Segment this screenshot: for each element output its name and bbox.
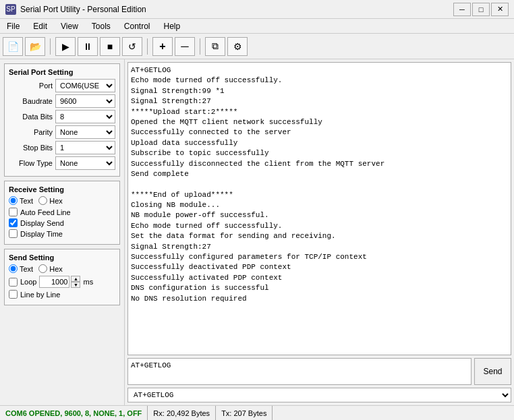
tx-status: Tx: 207 Bytes <box>216 406 273 420</box>
add-button[interactable]: + <box>152 37 173 56</box>
baudrate-label: Baudrate <box>9 97 53 105</box>
databits-row: Data Bits 8 <box>9 110 115 123</box>
port-status: COM6 OPENED, 9600, 8, NONE, 1, OFF <box>0 406 148 420</box>
right-panel: AT+GETLOG Echo mode turned off successfu… <box>125 59 514 405</box>
settings-button[interactable]: ⚙ <box>227 37 248 56</box>
close-button[interactable]: ✕ <box>491 3 509 16</box>
port-row: Port COM6(USE <box>9 79 115 92</box>
menu-bar: File Edit View Tools Control Help <box>0 19 514 34</box>
menu-control[interactable]: Control <box>120 20 154 32</box>
log-area[interactable]: AT+GETLOG Echo mode turned off successfu… <box>127 62 511 355</box>
parity-select[interactable]: None <box>55 125 115 139</box>
status-bar: COM6 OPENED, 9600, 8, NONE, 1, OFF Rx: 2… <box>0 405 514 420</box>
receive-text-radio[interactable]: Text <box>9 196 33 205</box>
refresh-button[interactable]: ↺ <box>122 37 142 56</box>
send-setting-section: Send Setting Text Hex Loop 1000 ▲ ▼ <box>4 249 120 305</box>
loop-checkbox[interactable] <box>9 278 18 287</box>
flowtype-select[interactable]: None <box>55 156 115 170</box>
title-bar: SP Serial Port Utility - Personal Editio… <box>0 0 514 19</box>
toolbar-separator-2 <box>147 38 148 55</box>
display-time-checkbox[interactable]: Display Time <box>9 229 115 238</box>
serial-port-setting-section: Serial Port Setting Port COM6(USE Baudra… <box>4 63 120 177</box>
title-bar-controls: ─ □ ✕ <box>453 3 509 16</box>
receive-setting-title: Receive Setting <box>9 185 115 193</box>
baudrate-row: Baudrate 9600 <box>9 94 115 108</box>
menu-edit[interactable]: Edit <box>29 20 51 32</box>
loop-decrement-button[interactable]: ▼ <box>71 282 80 288</box>
stopbits-row: Stop Bits 1 <box>9 141 115 154</box>
menu-help[interactable]: Help <box>160 20 185 32</box>
loop-unit: ms <box>83 278 93 286</box>
toolbar-separator-1 <box>50 38 51 55</box>
copy-button[interactable]: ⧉ <box>205 37 225 56</box>
send-input[interactable]: AT+GETLOG <box>127 358 472 385</box>
send-text-radio[interactable]: Text <box>9 264 33 273</box>
send-mode-radio-group: Text Hex <box>9 264 115 273</box>
rx-status: Rx: 20,492 Bytes <box>148 406 216 420</box>
menu-tools[interactable]: Tools <box>88 20 115 32</box>
display-send-checkbox[interactable]: Display Send <box>9 218 115 227</box>
loop-label: Loop <box>20 278 36 286</box>
flowtype-row: Flow Type None <box>9 156 115 170</box>
receive-mode-radio-group: Text Hex <box>9 196 115 205</box>
port-select[interactable]: COM6(USE <box>55 79 115 92</box>
minimize-button[interactable]: ─ <box>453 3 471 16</box>
flowtype-label: Flow Type <box>9 159 53 167</box>
send-hex-radio[interactable]: Hex <box>38 264 63 273</box>
loop-input-group: 1000 ▲ ▼ <box>39 276 80 288</box>
send-button[interactable]: Send <box>474 358 511 385</box>
databits-select[interactable]: 8 <box>55 110 115 123</box>
menu-view[interactable]: View <box>57 20 82 32</box>
pause-button[interactable]: ⏸ <box>78 37 98 56</box>
send-setting-title: Send Setting <box>9 253 115 262</box>
open-button[interactable]: 📂 <box>25 37 45 56</box>
stopbits-label: Stop Bits <box>9 144 53 152</box>
loop-spinner: ▲ ▼ <box>71 276 80 288</box>
stopbits-select[interactable]: 1 <box>55 141 115 154</box>
app-icon: SP <box>5 4 16 15</box>
cmd-dropdown[interactable]: AT+GETLOG <box>127 388 511 402</box>
play-button[interactable]: ▶ <box>55 37 76 56</box>
send-area: AT+GETLOG Send <box>127 358 511 385</box>
main-area: Serial Port Setting Port COM6(USE Baudra… <box>0 59 514 405</box>
toolbar-separator-3 <box>200 38 200 55</box>
databits-label: Data Bits <box>9 113 53 121</box>
stop-button[interactable]: ■ <box>100 37 120 56</box>
left-panel: Serial Port Setting Port COM6(USE Baudra… <box>0 59 125 405</box>
port-label: Port <box>9 82 53 90</box>
menu-file[interactable]: File <box>3 20 24 32</box>
new-button[interactable]: 📄 <box>3 37 23 56</box>
loop-increment-button[interactable]: ▲ <box>71 276 80 282</box>
baudrate-select[interactable]: 9600 <box>55 94 115 108</box>
parity-row: Parity None <box>9 125 115 139</box>
window-title: Serial Port Utility - Personal Edition <box>20 5 146 14</box>
line-by-line-checkbox[interactable]: Line by Line <box>9 290 115 299</box>
serial-port-setting-title: Serial Port Setting <box>9 68 115 76</box>
auto-feed-line-checkbox[interactable]: Auto Feed Line <box>9 208 115 216</box>
cmd-dropdown-row: AT+GETLOG <box>127 388 511 402</box>
parity-label: Parity <box>9 128 53 136</box>
receive-hex-radio[interactable]: Hex <box>38 196 63 205</box>
loop-row: Loop 1000 ▲ ▼ ms <box>9 276 115 288</box>
remove-button[interactable]: ─ <box>175 37 195 56</box>
toolbar: 📄 📂 ▶ ⏸ ■ ↺ + ─ ⧉ ⚙ <box>0 34 514 59</box>
loop-value-input[interactable]: 1000 <box>39 276 69 288</box>
maximize-button[interactable]: □ <box>472 3 490 16</box>
title-bar-left: SP Serial Port Utility - Personal Editio… <box>5 4 146 15</box>
receive-setting-section: Receive Setting Text Hex Auto Feed Line … <box>4 181 120 245</box>
